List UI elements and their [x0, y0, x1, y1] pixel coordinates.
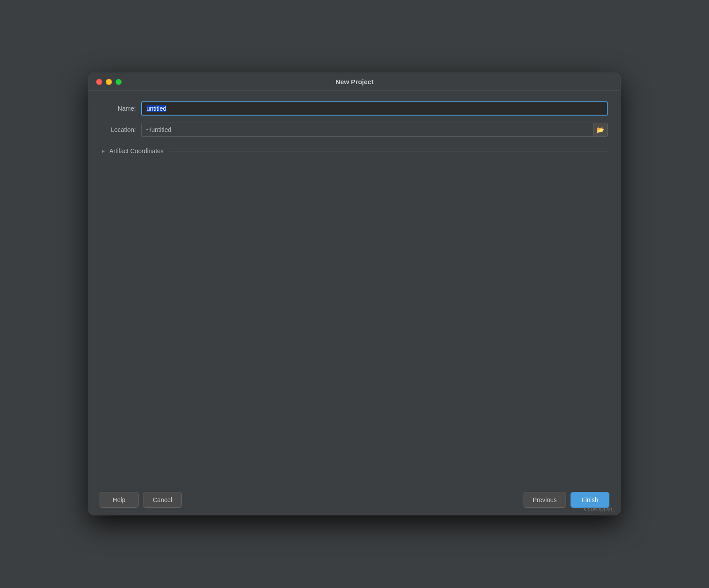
cancel-button[interactable]: Cancel	[143, 492, 182, 508]
section-divider	[169, 151, 608, 151]
location-field-container: 📂	[141, 123, 608, 137]
location-row: Location: 📂	[101, 123, 608, 137]
location-input[interactable]	[142, 124, 593, 136]
previous-button[interactable]: Previous	[524, 492, 566, 508]
artifact-coordinates-section: ► Artifact Coordinates	[101, 146, 608, 156]
window-title: New Project	[335, 78, 374, 85]
title-bar: New Project	[89, 73, 620, 91]
name-input[interactable]	[141, 101, 608, 116]
footer-wrapper: Help Cancel Previous Finish CSDN @prjh_	[89, 484, 620, 515]
footer-right-buttons: Previous Finish	[524, 492, 609, 508]
maximize-button[interactable]	[116, 79, 122, 85]
location-label: Location:	[101, 126, 141, 133]
help-button[interactable]: Help	[100, 492, 139, 508]
content-spacer	[101, 156, 608, 473]
artifact-coordinates-label: Artifact Coordinates	[109, 147, 164, 155]
minimize-button[interactable]	[106, 79, 112, 85]
watermark-text: CSDN @prjh_	[584, 506, 615, 511]
browse-icon: 📂	[597, 126, 604, 133]
browse-button[interactable]: 📂	[593, 123, 607, 136]
name-label: Name:	[101, 105, 141, 112]
close-button[interactable]	[96, 79, 102, 85]
main-window: New Project Name: Location: 📂 ► Artifact…	[89, 73, 620, 515]
traffic-lights	[96, 79, 122, 85]
footer-left-buttons: Help Cancel	[100, 492, 182, 508]
finish-button[interactable]: Finish	[570, 492, 609, 508]
artifact-coordinates-header[interactable]: ► Artifact Coordinates	[101, 146, 608, 156]
footer: Help Cancel Previous Finish	[89, 484, 620, 515]
content-area: Name: Location: 📂 ► Artifact Coordinates	[89, 91, 620, 484]
name-row: Name:	[101, 101, 608, 116]
chevron-right-icon: ►	[101, 149, 106, 154]
